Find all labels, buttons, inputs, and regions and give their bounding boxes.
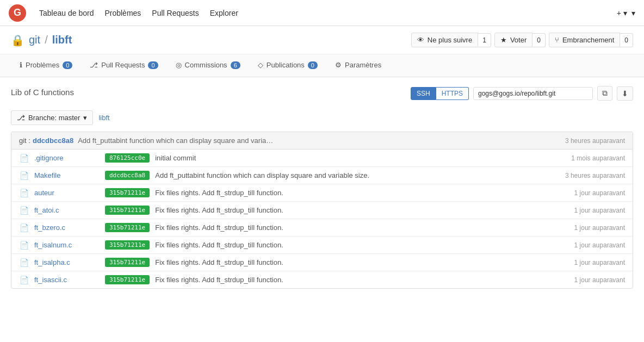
repo-body: Lib of C functions SSH HTTPS ⧉ ⬇ ⎇ Branc…: [0, 77, 644, 297]
file-time-7: 1 jour auparavant: [574, 276, 625, 284]
user-dropdown-icon: ▾: [631, 9, 635, 17]
file-time-1: 3 heures auparavant: [565, 172, 625, 179]
tab-releases-label: Publications: [267, 61, 305, 69]
https-toggle-button[interactable]: HTTPS: [436, 87, 469, 100]
file-icon-7: 📄: [19, 276, 29, 284]
tab-problems-badge: 0: [63, 61, 72, 69]
tab-problems[interactable]: ℹ Problèmes 0: [11, 54, 81, 77]
file-icon-1: 📄: [19, 171, 29, 180]
file-icon-3: 📄: [19, 206, 29, 215]
file-name-3[interactable]: ft_atoi.c: [34, 206, 100, 214]
file-time-5: 1 jour auparavant: [574, 241, 625, 249]
repo-url-section: SSH HTTPS ⧉ ⬇: [411, 86, 633, 101]
tab-pull-requests[interactable]: ⎇ Pull Requests 0: [81, 54, 166, 77]
tab-releases-icon: ◇: [258, 61, 263, 69]
file-name-7[interactable]: ft_isascii.c: [34, 276, 100, 284]
watch-label: Ne plus suivre: [428, 36, 472, 44]
tab-settings-icon: ⚙: [335, 61, 342, 69]
file-msg-0: initial commit: [155, 154, 566, 162]
fork-group: ⑂ Embranchement 0: [549, 33, 633, 47]
file-icon-5: 📄: [19, 241, 29, 250]
plus-icon: +: [617, 9, 621, 17]
file-time-4: 1 jour auparavant: [574, 224, 625, 232]
tab-problems-icon: ℹ: [20, 61, 22, 69]
file-row: 📄 ft_bzero.c 315b71211e Fix files rights…: [11, 219, 633, 237]
fork-label: Embranchement: [562, 36, 614, 44]
file-time-3: 1 jour auparavant: [574, 207, 625, 214]
file-msg-5: Fix files rights. Add ft_strdup_till fun…: [155, 241, 568, 249]
tab-settings[interactable]: ⚙ Paramètres: [326, 54, 390, 77]
tab-releases[interactable]: ◇ Publications 0: [249, 54, 326, 77]
tab-releases-badge: 0: [308, 61, 318, 69]
file-msg-1: Add ft_puttabint function which can disp…: [155, 171, 560, 179]
fork-button[interactable]: ⑂ Embranchement: [549, 33, 620, 47]
nav-pull-requests[interactable]: Pull Requests: [152, 7, 199, 20]
repo-owner-link[interactable]: git: [29, 34, 40, 46]
watch-count: 1: [478, 33, 491, 47]
watch-button[interactable]: 👁 Ne plus suivre: [411, 33, 478, 47]
user-dropdown-button[interactable]: ▾: [631, 9, 635, 17]
star-button[interactable]: ★ Voter: [494, 33, 532, 47]
repo-description: Lib of C functions: [11, 88, 74, 97]
file-row: 📄 ft_isalnum.c 315b71211e Fix files righ…: [11, 237, 633, 254]
file-name-5[interactable]: ft_isalnum.c: [34, 241, 100, 249]
branch-selector[interactable]: ⎇ Branche: master ▾: [11, 110, 93, 125]
file-icon-4: 📄: [19, 223, 29, 232]
commit-header-message: Add ft_puttabint function which can disp…: [78, 136, 565, 145]
title-separator: /: [45, 34, 48, 46]
file-name-4[interactable]: ft_bzero.c: [34, 223, 100, 232]
repo-header: 🔒 git / libft 👁 Ne plus suivre 1 ★ Voter…: [0, 26, 644, 54]
file-time-6: 1 jour auparavant: [574, 259, 625, 266]
file-badge-4[interactable]: 315b71211e: [105, 223, 150, 232]
site-logo[interactable]: G: [9, 4, 26, 22]
download-icon: ⬇: [622, 89, 628, 98]
repo-name-link[interactable]: libft: [52, 34, 72, 46]
ssh-https-toggle: SSH HTTPS: [411, 87, 469, 100]
new-item-button[interactable]: + ▾: [617, 9, 627, 17]
file-msg-6: Fix files rights. Add ft_strdup_till fun…: [155, 258, 568, 266]
repo-actions: 👁 Ne plus suivre 1 ★ Voter 0 ⑂ Embranche…: [408, 33, 633, 47]
file-badge-0[interactable]: 876125cc0e: [105, 153, 150, 163]
tab-problems-label: Problèmes: [26, 61, 59, 69]
star-icon: ★: [500, 36, 507, 44]
file-time-2: 1 jour auparavant: [574, 189, 625, 197]
repo-breadcrumb-link[interactable]: libft: [98, 114, 109, 122]
file-badge-5[interactable]: 315b71211e: [105, 240, 150, 250]
star-count: 0: [532, 33, 546, 47]
star-label: Voter: [510, 36, 527, 44]
file-msg-4: Fix files rights. Add ft_strdup_till fun…: [155, 223, 568, 232]
tab-commits-label: Commissions: [185, 61, 227, 69]
top-nav: G Tableau de bord Problèmes Pull Request…: [0, 0, 644, 26]
logo-letter: G: [14, 7, 21, 18]
watch-group: 👁 Ne plus suivre 1: [411, 33, 491, 47]
file-badge-2[interactable]: 315b71211e: [105, 188, 150, 197]
tab-commits[interactable]: ◎ Commissions 6: [167, 54, 249, 77]
copy-url-button[interactable]: ⧉: [597, 86, 612, 101]
tab-settings-label: Paramètres: [345, 61, 381, 69]
file-name-0[interactable]: .gitignore: [34, 154, 100, 162]
nav-dashboard[interactable]: Tableau de bord: [39, 7, 94, 20]
file-row: 📄 .gitignore 876125cc0e initial commit 1…: [11, 150, 633, 167]
nav-problems[interactable]: Problèmes: [104, 7, 141, 20]
star-group: ★ Voter 0: [494, 33, 546, 47]
file-msg-3: Fix files rights. Add ft_strdup_till fun…: [155, 206, 568, 214]
commit-header: git : ddcdbcc8a8 Add ft_puttabint functi…: [11, 132, 633, 150]
tab-commits-badge: 6: [231, 61, 240, 69]
file-icon-6: 📄: [19, 258, 29, 267]
repo-url-input[interactable]: [473, 87, 593, 100]
commit-hash[interactable]: ddcdbcc8a8: [33, 136, 73, 145]
file-badge-1[interactable]: ddcdbcc8a8: [105, 171, 150, 180]
file-name-1[interactable]: Makefile: [34, 171, 100, 179]
plus-dropdown-icon: ▾: [623, 9, 627, 17]
download-button[interactable]: ⬇: [617, 86, 633, 101]
file-name-6[interactable]: ft_isalpha.c: [34, 258, 100, 266]
file-name-2[interactable]: auteur: [34, 189, 100, 197]
file-icon-0: 📄: [19, 154, 29, 163]
file-badge-6[interactable]: 315b71211e: [105, 258, 150, 267]
file-icon-2: 📄: [19, 189, 29, 197]
file-time-0: 1 mois auparavant: [571, 154, 625, 162]
ssh-toggle-button[interactable]: SSH: [411, 87, 436, 100]
nav-explorer[interactable]: Explorer: [210, 7, 238, 20]
file-badge-7[interactable]: 315b71211e: [105, 275, 150, 284]
file-badge-3[interactable]: 315b71211e: [105, 206, 150, 215]
